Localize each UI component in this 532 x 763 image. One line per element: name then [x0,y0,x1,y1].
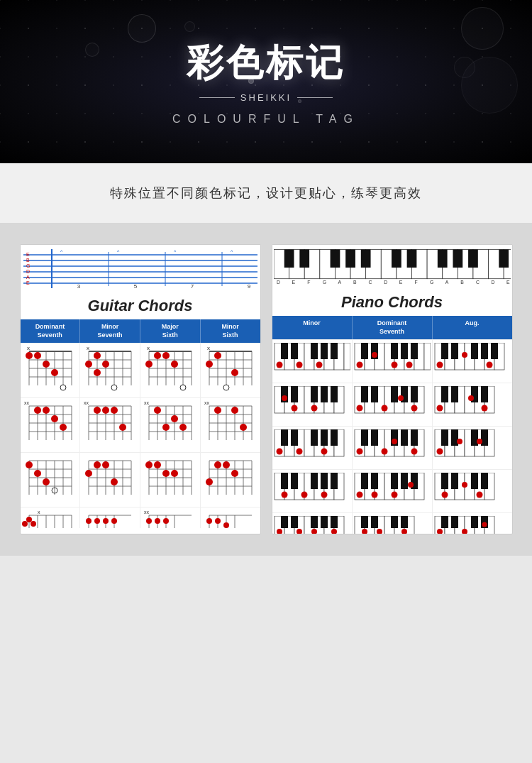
svg-rect-265 [468,249,478,268]
piano-cell-1-2 [353,340,433,383]
svg-point-132 [179,424,187,431]
svg-point-219 [86,518,92,524]
svg-point-52 [94,352,101,359]
svg-text:xx: xx [204,402,210,405]
svg-point-70 [145,361,153,368]
svg-point-446 [356,492,362,498]
svg-point-416 [436,449,443,455]
svg-rect-474 [331,516,338,528]
svg-rect-368 [441,386,448,402]
svg-rect-260 [360,249,370,268]
svg-text:D: D [491,280,494,285]
svg-point-56 [111,385,117,390]
svg-point-87 [223,385,229,390]
guitar-cell-4-4 [201,507,260,528]
svg-point-199 [214,461,221,468]
guitar-col-3: MajorSixth [140,319,201,343]
svg-rect-384 [311,429,318,446]
guitar-col-2: MinorSeventh [80,319,140,343]
svg-point-173 [85,470,92,477]
svg-point-188 [171,470,178,477]
svg-point-418 [477,439,482,444]
svg-point-117 [119,424,126,431]
svg-text:xx: xx [84,402,89,405]
svg-point-54 [102,361,109,368]
svg-point-373 [468,395,474,401]
svg-rect-472 [311,516,318,528]
svg-point-462 [476,492,482,498]
guitar-cell-3-3 [140,453,201,507]
svg-rect-309 [391,343,398,359]
svg-point-403 [381,449,387,455]
svg-rect-487 [391,516,398,528]
piano-cell-1-3 [433,340,512,383]
svg-rect-369 [451,386,458,402]
svg-point-220 [94,518,100,524]
svg-point-172 [102,461,109,468]
svg-point-343 [282,395,287,401]
svg-point-460 [441,492,448,498]
svg-point-186 [154,461,161,468]
piano-chords-panel: D E F G A B C D E F G A B C D E Piano Ch… [272,244,513,534]
svg-text:^: ^ [231,249,233,254]
svg-point-102 [60,424,67,431]
svg-rect-341 [321,386,328,402]
svg-point-359 [381,405,387,412]
svg-point-374 [481,405,487,412]
piano-cell-3-1 [272,427,353,469]
svg-point-221 [103,518,109,524]
svg-text:A: A [445,280,448,285]
piano-row-4 [272,469,512,512]
svg-text:G: G [430,280,433,285]
svg-point-211 [26,517,32,522]
svg-point-129 [154,407,161,414]
svg-rect-295 [331,343,338,359]
svg-text:x: x [147,347,150,351]
svg-text:C: C [475,280,479,285]
svg-point-85 [206,361,213,368]
svg-point-298 [316,362,322,368]
piano-column-headers: Minor DominantSeventh Aug. [272,316,512,339]
svg-point-404 [392,439,397,444]
svg-point-174 [111,478,118,485]
piano-keyboard-area: D E F G A B C D E F G A B C D E [272,245,512,289]
svg-rect-398 [371,429,378,446]
svg-point-231 [163,518,169,524]
svg-point-72 [180,385,186,390]
svg-text:E: E [292,280,295,285]
guitar-chord-title: Guitar Chords [21,292,260,319]
svg-point-405 [411,449,417,455]
svg-rect-258 [330,249,340,268]
svg-point-315 [406,362,412,368]
svg-point-313 [372,352,377,358]
piano-cell-3-2 [353,427,433,469]
svg-point-330 [486,362,492,368]
piano-row-5 [272,512,512,534]
svg-point-201 [231,470,238,477]
piano-chord-title: Piano Chords [272,289,512,316]
svg-rect-442 [371,473,378,489]
guitar-cell-2-2: xx [80,398,140,452]
svg-rect-293 [311,343,318,359]
piano-col-3: Aug. [433,316,512,339]
svg-rect-266 [499,249,509,268]
svg-point-239 [223,522,229,528]
svg-text:xx: xx [24,402,30,405]
svg-text:G: G [322,280,326,285]
svg-point-296 [276,362,282,368]
svg-text:B: B [460,280,464,285]
svg-point-417 [457,439,462,444]
svg-point-402 [356,449,362,455]
svg-rect-323 [441,343,448,359]
svg-rect-500 [471,516,478,528]
svg-point-131 [162,424,170,431]
svg-point-449 [408,482,414,488]
piano-cell-5-3 [433,513,512,534]
svg-point-210 [22,521,28,527]
hero-title: 彩色标记 [187,38,345,88]
piano-row-1 [272,339,512,383]
svg-point-115 [102,407,109,414]
svg-rect-413 [451,429,458,446]
svg-rect-412 [441,429,448,446]
svg-text:D: D [384,280,387,285]
